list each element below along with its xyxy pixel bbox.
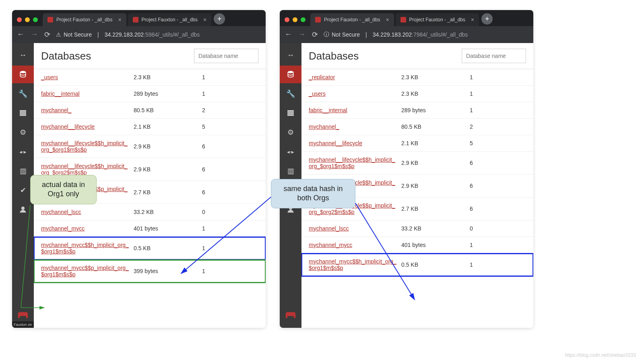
sidebar-setup[interactable]: 🔧	[12, 85, 34, 103]
minimize-window-button[interactable]	[293, 17, 297, 22]
browser-tab-inactive[interactable]: Project Fauxton - _all_dbs ×	[396, 13, 479, 26]
table-row[interactable]: mychannel_80.5 KB2	[301, 119, 533, 135]
zoom-window-button[interactable]	[33, 17, 38, 22]
db-name-link[interactable]: mychannel_mycc$$h_implicit_org_$org1$m$s…	[41, 242, 134, 255]
table-row[interactable]: mychannel__lifecycle2.1 KB5	[301, 135, 533, 152]
reload-button[interactable]: ⟳	[312, 30, 318, 39]
zoom-window-button[interactable]	[301, 17, 305, 22]
table-row[interactable]: fabric__internal289 bytes1	[301, 102, 533, 119]
database-search-input[interactable]	[462, 49, 526, 63]
sidebar-databases[interactable]	[12, 66, 34, 83]
table-row[interactable]: _users2.3 KB1	[301, 86, 533, 102]
table-row[interactable]: _users2.3 KB1	[34, 69, 266, 86]
db-name-link[interactable]: mychannel__lifecycle$$h_implicit_org_$or…	[41, 163, 134, 176]
db-doc-count: 2	[470, 123, 526, 130]
back-button[interactable]: ←	[17, 30, 24, 39]
database-search-input[interactable]	[194, 49, 258, 63]
table-row[interactable]: fabric__internal289 bytes1	[34, 86, 266, 102]
db-name-link[interactable]: fabric__internal	[41, 90, 134, 97]
table-row[interactable]: mychannel__lifecycle$$h_implicit_org_$or…	[301, 152, 533, 175]
db-size: 33.2 KB	[401, 225, 470, 232]
db-size: 2.7 KB	[401, 206, 470, 212]
sidebar-user[interactable]	[12, 201, 34, 218]
db-size: 2.7 KB	[134, 189, 202, 195]
page-title: Databases	[309, 50, 462, 62]
db-size: 289 bytes	[401, 107, 470, 113]
table-row[interactable]: mychannel_mycc$$h_implicit_org_$org1$m$s…	[301, 253, 533, 276]
tab-title: Project Fauxton - _all_dbs	[142, 17, 198, 23]
db-name-link[interactable]: mychannel_lscc	[41, 209, 134, 215]
db-name-link[interactable]: _users	[41, 74, 134, 80]
minimize-window-button[interactable]	[25, 17, 30, 22]
forward-button[interactable]: →	[298, 30, 305, 39]
couchdb-favicon-icon	[47, 17, 53, 23]
table-row[interactable]: mychannel__lifecycle2.1 KB5	[34, 119, 266, 135]
db-name-link[interactable]: mychannel_mycc	[41, 225, 134, 232]
db-doc-count: 1	[470, 242, 526, 248]
table-row[interactable]: mychannel_mycc$$p_implicit_org_$org1$m$s…	[34, 260, 266, 283]
back-button[interactable]: ←	[285, 30, 292, 39]
close-window-button[interactable]	[285, 17, 289, 22]
db-doc-count: 2	[202, 107, 258, 113]
db-name-link[interactable]: _replicator	[309, 74, 401, 80]
db-name-link[interactable]: mychannel__lifecycle	[309, 140, 401, 146]
db-name-link[interactable]: mychannel__lifecycle$$h_implicit_org_$or…	[41, 140, 134, 153]
url-display[interactable]: 34.229.183.202:7984/_utils/#/_all_dbs	[373, 31, 468, 38]
sidebar-tasks[interactable]	[280, 104, 301, 122]
new-tab-button[interactable]: +	[214, 13, 225, 25]
table-row[interactable]: mychannel_mycc$$h_implicit_org_$org1$m$s…	[34, 237, 266, 260]
db-name-link[interactable]: mychannel__lifecycle	[41, 123, 134, 130]
table-row[interactable]: mychannel_mycc401 bytes1	[301, 237, 533, 253]
sidebar-replication[interactable]: ◂▫▸	[12, 143, 34, 160]
db-doc-count: 0	[470, 225, 526, 232]
close-window-button[interactable]	[17, 17, 22, 22]
url-display[interactable]: 34.229.183.202:5984/_utils/#/_all_dbs	[105, 31, 200, 38]
sidebar-docs[interactable]: ▥	[280, 162, 301, 180]
svg-rect-7	[288, 112, 294, 113]
sidebar-toggle[interactable]: ↔	[12, 46, 34, 64]
db-name-link[interactable]: _users	[309, 90, 401, 97]
tab-title: Project Fauxton - _all_dbs	[324, 17, 380, 23]
sidebar-replication[interactable]: ◂▫▸	[280, 143, 301, 160]
db-size: 2.9 KB	[401, 183, 470, 189]
tab-close-icon[interactable]: ×	[118, 16, 121, 23]
db-doc-count: 0	[202, 209, 258, 215]
tab-close-icon[interactable]: ×	[471, 16, 474, 23]
sidebar-databases[interactable]	[280, 66, 301, 83]
window-controls	[12, 17, 43, 26]
couchdb-logo-icon	[280, 311, 301, 319]
db-doc-count: 1	[202, 225, 258, 232]
db-size: 2.9 KB	[134, 166, 202, 173]
sidebar-toggle[interactable]: ↔	[280, 46, 301, 64]
sidebar-setup[interactable]: 🔧	[280, 85, 301, 103]
table-row[interactable]: mychannel_80.5 KB2	[34, 102, 266, 119]
sidebar-config[interactable]: ⚙	[12, 123, 34, 141]
db-name-link[interactable]: mychannel_mycc	[309, 242, 401, 248]
table-row[interactable]: mychannel_lscc33.2 KB0	[34, 204, 266, 220]
db-name-link[interactable]: mychannel_lscc	[309, 225, 401, 232]
reload-button[interactable]: ⟳	[44, 30, 50, 39]
table-row[interactable]: _replicator2.3 KB1	[301, 69, 533, 86]
db-name-link[interactable]: mychannel_	[309, 123, 401, 130]
db-doc-count: 1	[470, 107, 526, 113]
tab-close-icon[interactable]: ×	[386, 16, 389, 23]
forward-button[interactable]: →	[31, 30, 38, 39]
db-name-link[interactable]: mychannel_	[41, 107, 134, 113]
db-name-link[interactable]: mychannel_mycc$$p_implicit_org_$org1$m$s…	[41, 265, 134, 278]
browser-tab-active[interactable]: Project Fauxton - _all_dbs ×	[310, 13, 394, 26]
browser-tab-active[interactable]: Project Fauxton - _all_dbs ×	[43, 13, 126, 26]
db-name-link[interactable]: mychannel__lifecycle$$h_implicit_org_$or…	[309, 156, 401, 169]
browser-tab-inactive[interactable]: Project Fauxton - _all_dbs ×	[128, 13, 212, 26]
new-tab-button[interactable]: +	[481, 13, 493, 25]
db-size: 80.5 KB	[134, 107, 202, 113]
db-name-link[interactable]: mychannel_mycc$$h_implicit_org_$org1$m$s…	[309, 258, 401, 271]
tab-close-icon[interactable]: ×	[203, 16, 206, 23]
annotation-same-hash: same data hash in both Orgs	[271, 179, 355, 208]
table-row[interactable]: mychannel_mycc401 bytes1	[34, 220, 266, 237]
sidebar-tasks[interactable]	[12, 104, 34, 122]
sidebar-config[interactable]: ⚙	[280, 123, 301, 141]
table-row[interactable]: mychannel__lifecycle$$h_implicit_org_$or…	[34, 135, 266, 158]
table-row[interactable]: mychannel_lscc33.2 KB0	[301, 220, 533, 237]
window-controls	[280, 17, 310, 26]
db-name-link[interactable]: fabric__internal	[309, 107, 401, 113]
